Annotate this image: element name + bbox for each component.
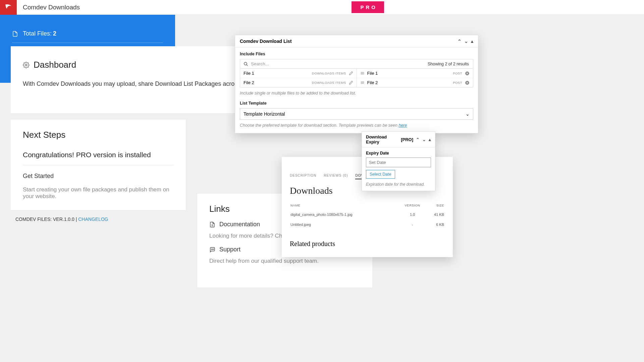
col-size: SIZE (427, 201, 444, 209)
congrats-text: Congratulations! PRO version is installe… (23, 151, 174, 165)
include-files-label: Include Files (240, 52, 473, 56)
stat-files-count: 2 (53, 30, 56, 37)
dashboard-heading: Dashboard (34, 60, 76, 70)
template-value: Template Horizontal (244, 111, 285, 117)
table-row: digital_camera_photo-1080x675-1.jpg 1.0 … (290, 210, 444, 219)
get-started-title: Get Started (23, 173, 174, 180)
chevron-up-icon[interactable]: ⌃ (458, 39, 462, 44)
template-help: Choose the preferred template for downlo… (240, 123, 473, 128)
drag-icon[interactable] (360, 71, 365, 75)
doc-icon (209, 222, 215, 228)
doc-label: Documentation (219, 221, 260, 228)
files-grid: File 1 DOWNLOADS ITEMS File 2 DOWNLOADS … (240, 69, 473, 87)
remove-icon[interactable] (465, 71, 470, 76)
changelog-link[interactable]: CHANGELOG (78, 217, 108, 222)
results-count: Showing 2 of 2 results (424, 62, 473, 66)
chevron-down-icon: ⌄ (466, 111, 470, 117)
file-meta: DOWNLOADS ITEMS (312, 81, 346, 84)
support-label: Support (219, 246, 240, 253)
version-line: COMDEV FILES: VER.1.0.0 | CHANGELOG (15, 217, 108, 222)
expiry-pro-tag: [PRO] (401, 137, 413, 142)
file-name: File 2 (244, 80, 254, 85)
pro-badge: PRO (352, 1, 384, 13)
svg-point-6 (213, 249, 214, 249)
svg-point-7 (244, 62, 247, 65)
file-icon (12, 31, 18, 37)
next-steps-heading: Next Steps (23, 130, 174, 140)
pencil-icon[interactable] (349, 80, 353, 85)
chevron-down-icon[interactable]: ⌄ (464, 39, 468, 44)
search-input[interactable] (251, 61, 420, 66)
file-meta: POST (453, 81, 462, 84)
top-bar: Comdev Downloads PRO (0, 0, 644, 15)
col-version: VERSION (399, 201, 426, 209)
get-started-desc: Start creating your own file packages an… (23, 186, 174, 200)
expiry-help: Expiration date for the download. (366, 182, 431, 187)
gear-icon (23, 62, 30, 68)
file-row[interactable]: File 1 DOWNLOADS ITEMS (240, 69, 357, 78)
tab-description[interactable]: DESCRIPTION (290, 174, 316, 179)
version-prefix: COMDEV FILES: VER.1.0.0 | (15, 217, 78, 222)
file-row[interactable]: File 2 DOWNLOADS ITEMS (240, 78, 357, 87)
panel-header: Comdev Download List ⌃ ⌄ ▴ (235, 35, 478, 48)
caret-up-icon[interactable]: ▴ (429, 137, 431, 142)
available-files-col: File 1 DOWNLOADS ITEMS File 2 DOWNLOADS … (240, 69, 357, 87)
svg-line-8 (247, 64, 248, 66)
table-row: Untitled.jpeg - 6 KB (290, 220, 444, 229)
caret-up-icon[interactable]: ▴ (471, 39, 473, 44)
stat-files-label: Total Files: (23, 30, 52, 37)
svg-point-4 (211, 249, 212, 249)
expiry-title: Download Expiry (366, 134, 401, 144)
support-icon (209, 247, 215, 253)
cell-name: Untitled.jpeg (290, 220, 398, 229)
download-list-panel: Comdev Download List ⌃ ⌄ ▴ Include Files… (235, 35, 478, 133)
cell-name: digital_camera_photo-1080x675-1.jpg (290, 210, 398, 219)
expiry-header: Download Expiry [PRO] ⌃ ⌄ ▴ (362, 132, 435, 147)
pencil-icon[interactable] (349, 71, 353, 75)
file-name: File 2 (367, 80, 378, 85)
search-row: Showing 2 of 2 results (240, 59, 473, 69)
chevron-down-icon[interactable]: ⌄ (422, 137, 426, 142)
logo-icon (4, 3, 13, 12)
file-name: File 1 (367, 71, 378, 76)
chevron-up-icon[interactable]: ⌃ (416, 137, 420, 142)
svg-point-0 (25, 64, 27, 66)
search-icon (244, 62, 248, 66)
col-name: NAME (290, 201, 398, 209)
include-help: Include single or multiple files to be a… (240, 91, 473, 96)
remove-icon[interactable] (465, 80, 470, 85)
expiry-date-label: Expiry Date (366, 151, 431, 156)
cell-size: 41 KB (427, 210, 444, 219)
cell-version: - (399, 220, 426, 229)
tab-reviews[interactable]: REVIEWS (0) (324, 174, 348, 179)
download-expiry-panel: Download Expiry [PRO] ⌃ ⌄ ▴ Expiry Date … (362, 131, 435, 191)
select-date-button[interactable]: Select Date (366, 170, 395, 179)
app-title: Comdev Downloads (23, 4, 80, 11)
panel-title: Comdev Download List (240, 39, 292, 44)
drag-icon[interactable] (360, 80, 365, 85)
stat-row-files: Total Files: 2 (12, 25, 163, 43)
related-heading: Related products (290, 240, 445, 248)
selected-files-col: File 1 POST File 2 POST (357, 69, 473, 87)
template-label: List Template (240, 101, 473, 106)
search-box (240, 59, 424, 68)
cell-version: 1.0 (399, 210, 426, 219)
file-meta: POST (453, 71, 462, 75)
next-steps-card: Next Steps Congratulations! PRO version … (11, 120, 186, 210)
template-select[interactable]: Template Horizontal ⌄ (240, 108, 473, 120)
file-meta: DOWNLOADS ITEMS (312, 71, 346, 75)
file-name: File 1 (244, 71, 254, 76)
downloads-table: NAME VERSION SIZE digital_camera_photo-1… (290, 201, 445, 230)
support-desc: Direct help from our qualified support t… (209, 258, 360, 264)
template-help-link[interactable]: here (398, 123, 407, 128)
app-logo (0, 0, 17, 15)
svg-point-5 (212, 249, 213, 249)
file-row[interactable]: File 2 POST (357, 78, 473, 87)
cell-size: 6 KB (427, 220, 444, 229)
expiry-date-input[interactable] (366, 158, 431, 167)
file-row[interactable]: File 1 POST (357, 69, 473, 78)
